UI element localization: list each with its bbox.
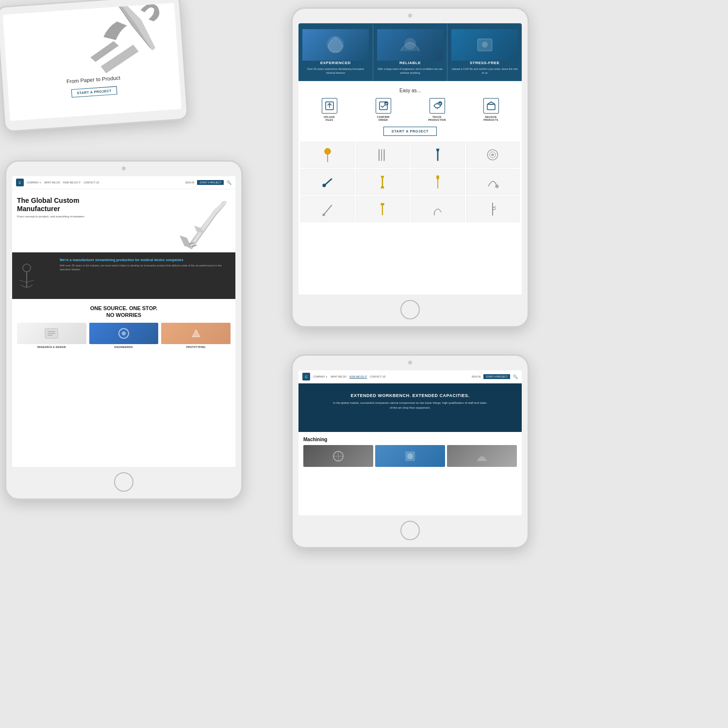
screen-4-content: C COMPANY ∨ WHAT WE DO HOW WE DO IT CONT…	[298, 370, 522, 515]
product-cell-3	[411, 142, 465, 168]
s4-nav-right: SIGN IN START A PROJECT 🔍	[472, 374, 518, 379]
s3-step-track-label: TRACKPRODUCTION	[411, 116, 463, 122]
screen-3-content: EXPERIENCED Over 30 years experience dev…	[298, 23, 522, 295]
s4-nav-how[interactable]: HOW WE DO IT	[349, 375, 367, 379]
svg-point-17	[384, 101, 388, 105]
product-cell-1	[300, 142, 355, 168]
s2-dark-body: With over 30 years in the industry, we k…	[60, 264, 231, 272]
product-img-12	[485, 201, 500, 217]
tablet-3: EXPERIENCED Over 30 years experience dev…	[291, 7, 529, 328]
stressfree-bg-svg	[470, 32, 499, 58]
product-cell-9	[300, 196, 355, 222]
s3-reliable-col: RELIABLE With a large team of engineers,…	[373, 23, 448, 81]
s2-search-icon[interactable]: 🔍	[227, 181, 232, 185]
product-img-3	[430, 147, 446, 163]
s2-hero-title: The Global Custom Manufacturer	[17, 197, 167, 213]
svg-rect-39	[436, 175, 439, 179]
s1-start-project-button[interactable]: START A PROJECT	[71, 86, 117, 98]
svg-point-42	[322, 213, 325, 215]
s3-stressfree-title: STRESS-FREE	[451, 61, 518, 65]
product-img-11	[430, 201, 446, 217]
svg-point-11	[404, 38, 416, 50]
s4-navbar: C COMPANY ∨ WHAT WE DO HOW WE DO IT CONT…	[298, 370, 522, 383]
s4-nav-contact[interactable]: CONTACT US	[370, 375, 385, 379]
svg-line-41	[323, 205, 332, 215]
s2-card-prototyping-label: PROTOTYPING	[161, 346, 231, 348]
s3-stressfree-col: STRESS-FREE Upload a CAD file and confir…	[447, 23, 522, 81]
svg-point-2	[23, 264, 31, 272]
s2-logo: C	[16, 179, 24, 186]
tablet-1-screen: From Paper to Product START A PROJECT	[3, 3, 182, 121]
svg-point-13	[482, 42, 488, 48]
product-img-4	[485, 147, 500, 163]
s2-card-engineering: ENGINEERING	[89, 323, 159, 348]
s2-card-engineering-label: ENGINEERING	[89, 346, 159, 348]
s3-stressfree-body: Upload a CAD file and confirm your order…	[451, 67, 518, 75]
hero-tool-svg	[170, 197, 228, 250]
s4-logo: C	[302, 373, 310, 381]
product-img-8	[485, 174, 500, 190]
svg-point-32	[492, 153, 494, 156]
product-img-5	[320, 174, 335, 190]
s3-step-confirm-label: CONFIRMORDER	[357, 116, 409, 122]
s4-search-icon[interactable]: 🔍	[513, 375, 518, 379]
s4-nav-company[interactable]: COMPANY ∨	[313, 375, 328, 379]
nav-link-what[interactable]: WHAT WE DO	[44, 181, 60, 184]
product-img-10	[375, 201, 390, 217]
s3-start-project-button[interactable]: START A PROJECT	[383, 127, 437, 136]
s2-hero-text: The Global Custom Manufacturer From conc…	[17, 197, 167, 250]
product-cell-2	[356, 142, 410, 168]
experienced-bg-svg	[321, 32, 350, 58]
tablet-4-screen: C COMPANY ∨ WHAT WE DO HOW WE DO IT CONT…	[298, 370, 522, 515]
s2-dark-title: We're a manufacturer streamlining produc…	[60, 258, 231, 262]
s3-step-receive-label: RECEIVEPRODUCTS	[465, 116, 517, 122]
svg-point-40	[496, 184, 499, 188]
s2-card-prototyping: PROTOTYPING	[161, 323, 231, 348]
product-cell-11	[411, 196, 465, 222]
svg-line-47	[493, 206, 496, 208]
tablet-3-screen: EXPERIENCED Over 30 years experience dev…	[298, 23, 522, 295]
s2-navbar: C COMPANY ∨ WHAT WE DO HOW WE DO IT CONT…	[12, 176, 235, 189]
s2-start-project-btn[interactable]: START A PROJECT	[197, 180, 224, 185]
s3-reliable-body: With a large team of engineers, we're co…	[377, 67, 444, 75]
s4-nav-links: COMPANY ∨ WHAT WE DO HOW WE DO IT CONTAC…	[313, 375, 385, 379]
product-img-6	[375, 174, 390, 190]
product-cell-5	[300, 169, 355, 195]
s4-nav-what[interactable]: WHAT WE DO	[331, 375, 347, 379]
svg-rect-21	[487, 104, 495, 110]
s3-step-upload-label: UPLOADFILES	[303, 116, 355, 122]
s3-step-confirm: CONFIRMORDER	[357, 98, 409, 122]
svg-point-9	[122, 331, 126, 335]
product-cell-10	[356, 196, 410, 222]
s4-machining-section: Machining	[298, 432, 522, 470]
tablet-2-screen: C COMPANY ∨ WHAT WE DO HOW WE DO IT CONT…	[12, 176, 235, 467]
engineering-thumb	[115, 325, 132, 342]
product-cell-7	[411, 169, 465, 195]
nav-link-contact[interactable]: CONTACT US	[83, 181, 99, 184]
product-cell-12	[466, 196, 520, 222]
s3-product-grid	[298, 142, 522, 222]
product-img-9	[320, 201, 335, 217]
product-cell-8	[466, 169, 520, 195]
s3-step-track: TRACKPRODUCTION	[411, 98, 463, 122]
s4-machining-title: Machining	[303, 437, 517, 442]
s4-start-project-btn[interactable]: START A PROJECT	[483, 374, 510, 379]
nav-link-company[interactable]: COMPANY ∨	[27, 181, 41, 184]
s2-signin-link[interactable]: SIGN IN	[185, 181, 195, 184]
prototyping-thumb	[187, 325, 205, 342]
s3-experienced-body: Over 30 years experience developing inno…	[302, 67, 369, 75]
dark-section-tool-svg	[17, 258, 53, 292]
svg-point-20	[438, 101, 442, 105]
svg-point-53	[407, 453, 413, 459]
upload-files-icon	[322, 98, 337, 114]
product-img-1	[320, 147, 335, 163]
s1-hero-text: From Paper to Product	[66, 75, 120, 84]
s2-nav-right: SIGN IN START A PROJECT 🔍	[185, 180, 232, 185]
s2-hero-section: The Global Custom Manufacturer From conc…	[12, 189, 235, 252]
s4-signin[interactable]: SIGN IN	[472, 375, 481, 378]
nav-link-how[interactable]: HOW WE DO IT	[63, 181, 81, 184]
s2-dark-section: We're a manufacturer streamlining produc…	[12, 252, 235, 299]
s3-experienced-title: EXPERIENCED	[302, 61, 369, 65]
machining-thumb-1	[331, 449, 346, 463]
s2-nav-links: COMPANY ∨ WHAT WE DO HOW WE DO IT CONTAC…	[27, 181, 99, 184]
